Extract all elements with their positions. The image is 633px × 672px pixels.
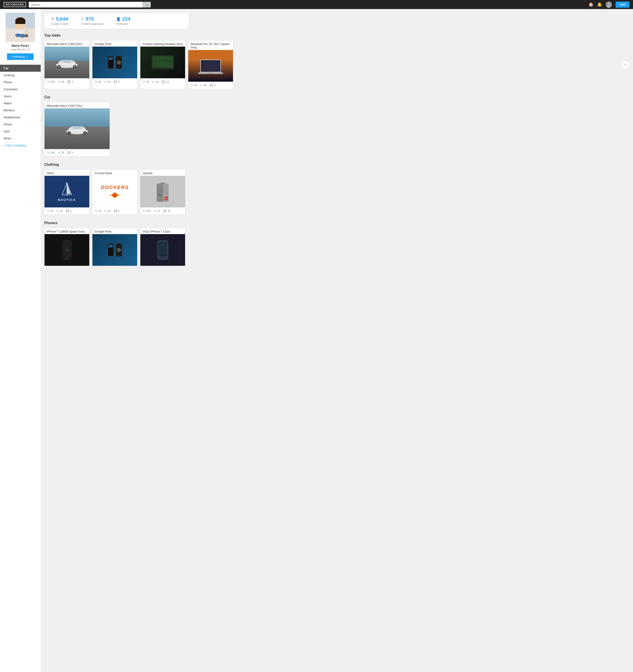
product-card[interactable]: Google Pixel 🖱 65 ✔ 20 💬 4 xyxy=(92,40,137,89)
svg-text:NF: NF xyxy=(166,198,167,199)
sidebar-item-gym[interactable]: Gym xyxy=(0,128,41,135)
stat-label: Followers xyxy=(116,22,130,26)
card-image: NF xyxy=(140,176,185,208)
stats-bar: 🖱 5,844 Content Clicks ✔ 570 Content App… xyxy=(44,13,189,29)
product-card[interactable]: Mercedes Benz C300 2012 🖱 546 ✔ 85 💬 4 xyxy=(44,40,90,89)
sidebar-item-monitors[interactable]: Monitors xyxy=(0,107,41,114)
card-footer: 🖱 45 ✔ 15 💬 18 xyxy=(140,78,185,85)
add-button[interactable]: Add xyxy=(615,2,629,8)
sidebar-item-music[interactable]: Music xyxy=(0,135,41,142)
card-approvals: ✔ 85 xyxy=(58,151,64,154)
check-icon: ✓ xyxy=(26,55,28,58)
card-clicks: 🖱 585 xyxy=(143,210,151,213)
card-clicks: 🖱 65 xyxy=(95,80,101,83)
click-icon: 🖱 xyxy=(47,80,50,83)
card-footer: 🖱 65 ✔ 20 💬 4 xyxy=(93,78,137,85)
svg-rect-12 xyxy=(25,34,28,37)
sidebar-profile: Maria Perez Long Beach, CA Following ✓ xyxy=(0,9,41,63)
avatar[interactable] xyxy=(606,1,612,8)
svg-point-35 xyxy=(69,132,70,134)
sidebar-item-phone[interactable]: Phone xyxy=(0,79,41,86)
svg-rect-57 xyxy=(66,241,69,242)
product-card[interactable]: Formal Pants DOCKERS 🖱 12 ✔ 66 💬 5 xyxy=(92,169,137,215)
click-icon: 🖱 xyxy=(95,210,97,213)
search-bar: 🔍 xyxy=(29,2,151,7)
search-button[interactable]: 🔍 xyxy=(142,2,151,7)
sidebar-item-car[interactable]: Car xyxy=(0,65,41,72)
card-comments: 💬 4 xyxy=(67,151,73,154)
card-image xyxy=(93,234,137,266)
approval-icon: ✔ xyxy=(58,151,60,154)
card-comments: 💬 2 xyxy=(66,210,72,213)
stat-number: ✔ 570 xyxy=(81,16,103,22)
card-image xyxy=(188,50,233,82)
click-icon: 🖱 xyxy=(95,80,97,83)
product-card[interactable]: Google Pixel xyxy=(92,228,137,266)
home-button[interactable]: 🏠 xyxy=(588,2,593,7)
sidebar-item-headphones[interactable]: Headphones xyxy=(0,114,41,121)
card-title: Formal Pants xyxy=(93,170,137,176)
sidebar-item-watch[interactable]: Watch xyxy=(0,100,41,107)
product-card[interactable]: Jackets NF 🖱 585 ✔ 41 💬 25 xyxy=(140,169,185,215)
card-image: NAUTICA xyxy=(45,176,89,208)
card-title: Macbook Pro 15" 2017 Space Gray... xyxy=(188,41,233,50)
profile-image xyxy=(6,13,35,42)
section-car: Car Mercedes Benz C300 2012 🖱 546 ✔ 85 💬… xyxy=(44,95,629,156)
following-button[interactable]: Following ✓ xyxy=(7,53,34,60)
card-approvals: ✔ 15 xyxy=(152,80,158,83)
product-card[interactable]: iPhone 7 128GB Space Gray 9:41 xyxy=(44,228,90,266)
section-title: Phones xyxy=(44,221,629,225)
card-approvals: ✔ 20 xyxy=(104,80,110,83)
cards-row: Shirts NAUTICA 🖱 46 ✔ 18 💬 2 Formal Pant… xyxy=(44,169,629,215)
cards-row: Mercedes Benz C300 2012 🖱 546 ✔ 85 💬 4 xyxy=(44,102,629,156)
card-image xyxy=(45,109,109,149)
card-comments: 💬 5 xyxy=(114,210,120,213)
card-image: 9:41 xyxy=(45,234,89,266)
search-input[interactable] xyxy=(29,2,142,7)
card-footer: 🖱 546 ✔ 85 💬 4 xyxy=(45,149,109,156)
svg-rect-48 xyxy=(162,184,163,201)
card-clicks: 🖱 546 xyxy=(47,151,55,154)
comment-icon: 💬 xyxy=(67,80,71,83)
comment-icon: 💬 xyxy=(162,80,165,83)
notifications-button[interactable]: 🔔 xyxy=(597,2,602,7)
card-approvals: ✔ 18 xyxy=(56,210,62,213)
stat-value: 5,844 xyxy=(56,16,68,22)
click-icon: 🖱 xyxy=(143,210,145,213)
card-image xyxy=(45,47,89,78)
stat-icon: ✔ xyxy=(81,17,84,21)
navbar: RECOBOARD 🔍 🏠 🔔 Add xyxy=(0,0,633,9)
click-icon: 🖱 xyxy=(191,84,193,87)
svg-rect-51 xyxy=(158,194,162,196)
cards-row: iPhone 7 128GB Space Gray 9:41 Google Pi… xyxy=(44,228,629,266)
comment-icon: 💬 xyxy=(114,80,117,83)
card-comments: 💬 25 xyxy=(163,210,170,213)
card-comments: 💬 0 xyxy=(210,84,216,87)
add-category-link[interactable]: + Add a Category xyxy=(0,142,41,149)
product-card[interactable]: Mercedes Benz C300 2012 🖱 546 ✔ 85 💬 4 xyxy=(44,102,110,156)
stat-label: Content Approvals xyxy=(81,22,103,26)
product-card[interactable]: Custom Gaming Desktop 2014 GAMING 🖱 45 ✔… xyxy=(140,40,185,89)
card-image xyxy=(93,47,137,78)
main-content: 🖱 5,844 Content Clicks ✔ 570 Content App… xyxy=(41,9,633,672)
comment-icon: 💬 xyxy=(67,151,71,154)
approval-icon: ✔ xyxy=(152,80,155,83)
svg-point-10 xyxy=(20,34,25,38)
following-label: Following xyxy=(12,55,25,58)
section-clothing: Clothing Shirts NAUTICA 🖱 46 ✔ 18 💬 2 Fo… xyxy=(44,163,629,215)
sidebar-item-shoes[interactable]: Shoes xyxy=(0,121,41,128)
sidebar-item-jeans[interactable]: Jeans xyxy=(0,93,41,100)
card-title: Google Pixel xyxy=(93,228,137,234)
next-button[interactable]: › xyxy=(621,61,629,69)
svg-point-17 xyxy=(58,66,60,67)
card-approvals: ✔ 66 xyxy=(104,210,110,213)
stat-number: 👤 224 xyxy=(116,16,130,22)
approval-icon: ✔ xyxy=(104,210,107,213)
product-card[interactable]: Shirts NAUTICA 🖱 46 ✔ 18 💬 2 xyxy=(44,169,90,215)
product-card[interactable]: Grip2 iPhone 7 Case GRIP2 xyxy=(140,228,185,266)
card-footer: 🖱 46 ✔ 18 💬 2 xyxy=(45,208,89,214)
sidebar-item-computers[interactable]: Computers xyxy=(0,86,41,93)
sidebar-item-clothing[interactable]: Clothing xyxy=(0,72,41,79)
stat-value: 224 xyxy=(122,16,130,22)
product-card[interactable]: Macbook Pro 15" 2017 Space Gray... 🖱 20 … xyxy=(188,40,233,89)
